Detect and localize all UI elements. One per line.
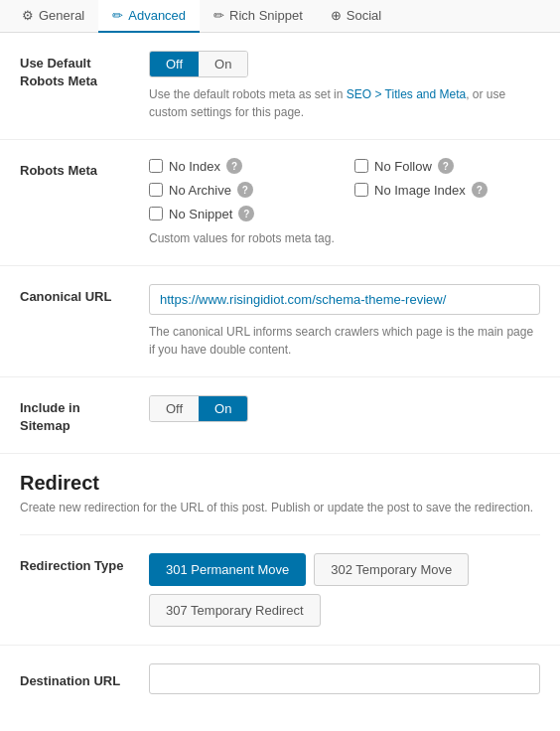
no-archive-help-icon[interactable]: ?: [237, 182, 253, 198]
no-image-index-checkbox[interactable]: [354, 183, 368, 197]
no-follow-label: No Follow: [374, 159, 432, 174]
redirect-section-header: Redirect Create new redirection for the …: [0, 454, 560, 534]
no-snippet-label: No Snippet: [169, 207, 232, 221]
canonical-url-input[interactable]: [149, 284, 540, 315]
no-image-index-item: No Image Index ?: [354, 182, 540, 198]
redirect-302-btn[interactable]: 302 Temporary Move: [314, 553, 469, 586]
no-archive-checkbox[interactable]: [149, 183, 163, 197]
robots-meta-label: Robots Meta: [20, 158, 129, 180]
destination-url-input[interactable]: [149, 663, 540, 694]
tab-general[interactable]: ⚙ General: [8, 0, 98, 33]
no-snippet-checkbox[interactable]: [149, 207, 163, 220]
tab-advanced[interactable]: ✏ Advanced: [98, 0, 200, 33]
redirect-type-buttons: 301 Permanent Move 302 Temporary Move 30…: [149, 553, 540, 627]
destination-url-row: Destination URL: [0, 646, 560, 712]
snippet-icon: ✏: [213, 8, 224, 23]
no-index-item: No Index ?: [149, 158, 335, 174]
canonical-url-label: Canonical URL: [20, 284, 129, 306]
redirect-307-btn[interactable]: 307 Temporary Redirect: [149, 594, 321, 627]
robots-meta-row: Robots Meta No Index ? No Follow ? No Ar…: [0, 140, 560, 266]
redirect-type-content: 301 Permanent Move 302 Temporary Move 30…: [149, 553, 540, 627]
destination-url-label: Destination URL: [20, 668, 129, 690]
include-sitemap-row: Include in Sitemap Off On: [0, 377, 560, 454]
robots-meta-off-btn[interactable]: Off: [150, 52, 199, 76]
no-snippet-help-icon[interactable]: ?: [238, 206, 254, 221]
sitemap-toggle: Off On: [149, 395, 248, 422]
pencil-icon: ✏: [112, 8, 123, 23]
gear-icon: ⚙: [22, 8, 34, 23]
include-sitemap-content: Off On: [149, 395, 540, 422]
tab-social[interactable]: ⊕ Social: [317, 0, 395, 33]
no-image-index-label: No Image Index: [374, 183, 466, 198]
social-icon: ⊕: [331, 8, 342, 23]
include-sitemap-label: Include in Sitemap: [20, 395, 129, 435]
robots-meta-default-row: Use Default Robots Meta Off On Use the d…: [0, 33, 560, 140]
redirect-title: Redirect: [20, 472, 540, 495]
robots-meta-content: No Index ? No Follow ? No Archive ? No I…: [149, 158, 540, 247]
robots-meta-helper: Use the default robots meta as set in SE…: [149, 85, 540, 121]
redirect-type-label: Redirection Type: [20, 553, 129, 575]
no-snippet-item: No Snippet ?: [149, 206, 335, 221]
redirect-301-btn[interactable]: 301 Permanent Move: [149, 553, 306, 586]
robots-meta-custom-helper: Custom values for robots meta tag.: [149, 229, 540, 247]
robots-meta-checkboxes: No Index ? No Follow ? No Archive ? No I…: [149, 158, 540, 221]
no-follow-item: No Follow ?: [354, 158, 540, 174]
no-index-help-icon[interactable]: ?: [226, 158, 242, 174]
tab-rich-snippet[interactable]: ✏ Rich Snippet: [200, 0, 317, 33]
robots-meta-default-label: Use Default Robots Meta: [20, 51, 129, 90]
sitemap-off-btn[interactable]: Off: [150, 396, 199, 421]
no-archive-label: No Archive: [169, 183, 231, 198]
redirect-type-row: Redirection Type 301 Permanent Move 302 …: [0, 535, 560, 646]
robots-meta-default-content: Off On Use the default robots meta as se…: [149, 51, 540, 121]
seo-titles-link[interactable]: SEO > Titles and Meta: [347, 87, 466, 101]
no-index-label: No Index: [169, 159, 220, 174]
canonical-url-helper: The canonical URL informs search crawler…: [149, 323, 540, 359]
canonical-url-row: Canonical URL The canonical URL informs …: [0, 266, 560, 377]
canonical-url-content: The canonical URL informs search crawler…: [149, 284, 540, 359]
sitemap-on-btn[interactable]: On: [199, 396, 247, 421]
no-follow-checkbox[interactable]: [354, 159, 368, 173]
no-index-checkbox[interactable]: [149, 159, 163, 173]
robots-meta-on-btn[interactable]: On: [199, 52, 247, 76]
no-follow-help-icon[interactable]: ?: [438, 158, 454, 174]
tabs-bar: ⚙ General ✏ Advanced ✏ Rich Snippet ⊕ So…: [0, 0, 560, 33]
redirect-description: Create new redirection for the URL of th…: [20, 499, 540, 516]
no-image-index-help-icon[interactable]: ?: [472, 182, 488, 198]
robots-meta-toggle: Off On: [149, 51, 248, 77]
no-archive-item: No Archive ?: [149, 182, 335, 198]
